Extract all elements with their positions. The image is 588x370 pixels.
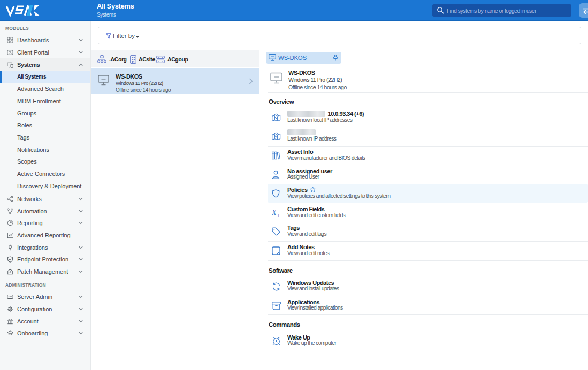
svg-text:1: 1 [278, 213, 280, 217]
svg-text:X: X [272, 209, 277, 217]
